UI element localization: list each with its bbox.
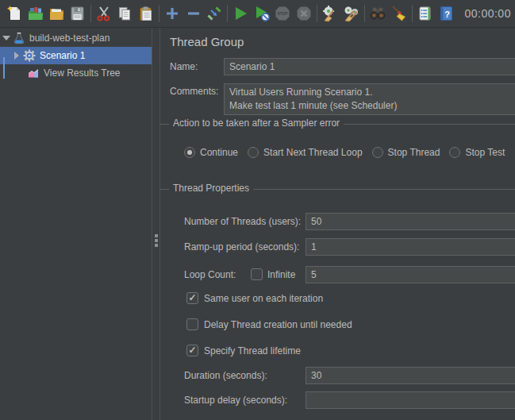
thread-properties-group-title: Thread Properties bbox=[169, 183, 253, 194]
start-no-timers-icon bbox=[253, 5, 271, 22]
cut-button[interactable] bbox=[94, 2, 114, 25]
thread-group-panel: Thread Group Name: Comments: Virtual Use… bbox=[160, 28, 515, 420]
clear-button[interactable] bbox=[320, 2, 340, 25]
thread-group-icon bbox=[23, 49, 36, 62]
help-button[interactable]: ? bbox=[436, 2, 456, 25]
num-threads-label: Number of Threads (users): bbox=[184, 213, 301, 230]
checkbox-icon bbox=[251, 268, 263, 280]
test-timer: 00:00:00 bbox=[464, 7, 511, 20]
radio-icon bbox=[184, 147, 195, 158]
name-label: Name: bbox=[170, 58, 198, 75]
radio-stop-thread[interactable]: Stop Thread bbox=[372, 147, 440, 158]
toggle-icon bbox=[206, 5, 223, 22]
clear-all-button[interactable] bbox=[340, 2, 361, 25]
infinite-checkbox[interactable]: Infinite bbox=[251, 268, 295, 280]
tree-item-test-plan[interactable]: build-web-test-plan bbox=[0, 29, 152, 47]
start-no-timers-button[interactable] bbox=[252, 2, 272, 25]
tree-item-view-results-tree[interactable]: View Results Tree bbox=[0, 64, 152, 82]
toolbar-separator bbox=[364, 5, 365, 22]
copy-icon bbox=[116, 5, 133, 22]
stop-button[interactable]: STOP bbox=[272, 2, 293, 25]
tree-item-label: Scenario 1 bbox=[40, 50, 85, 61]
radio-icon bbox=[248, 147, 259, 158]
expand-all-icon bbox=[163, 5, 181, 22]
save-icon bbox=[68, 5, 86, 22]
search-button[interactable] bbox=[367, 2, 388, 25]
checkbox-label: Delay Thread creation until needed bbox=[204, 319, 352, 330]
toolbar-separator bbox=[412, 5, 413, 22]
sampler-error-group: Action to be taken after a Sampler error bbox=[160, 124, 515, 136]
radio-continue[interactable]: Continue bbox=[184, 147, 238, 158]
loop-count-input[interactable] bbox=[306, 266, 515, 283]
function-helper-button[interactable] bbox=[415, 2, 436, 25]
specify-lifetime-checkbox[interactable]: Specify Thread lifetime bbox=[186, 345, 301, 356]
search-reset-icon bbox=[390, 5, 407, 22]
toolbar-separator bbox=[159, 5, 159, 22]
svg-text:?: ? bbox=[444, 10, 450, 19]
delay-thread-checkbox[interactable]: Delay Thread creation until needed bbox=[186, 318, 352, 330]
comments-label: Comments: bbox=[170, 83, 218, 99]
stop-icon: STOP bbox=[274, 5, 291, 22]
radio-icon bbox=[372, 147, 383, 158]
tree-indent-guide bbox=[3, 57, 5, 79]
loop-count-label: Loop Count: bbox=[184, 266, 236, 283]
function-helper-icon bbox=[417, 5, 434, 22]
copy-button[interactable] bbox=[114, 2, 135, 25]
search-reset-button[interactable] bbox=[388, 2, 409, 25]
radio-label: Continue bbox=[200, 147, 238, 158]
tree-item-thread-group[interactable]: Scenario 1 bbox=[0, 47, 152, 64]
name-input[interactable] bbox=[224, 58, 515, 75]
thread-properties-group: Thread Properties bbox=[160, 189, 515, 201]
comments-input[interactable]: Virtual Users Running Scenario 1. Make t… bbox=[224, 83, 515, 115]
clear-all-icon bbox=[343, 5, 360, 22]
radio-icon bbox=[449, 147, 460, 158]
expander-down-icon[interactable] bbox=[2, 34, 10, 42]
radio-label: Start Next Thread Loop bbox=[263, 147, 363, 158]
start-button[interactable] bbox=[230, 2, 251, 25]
sampler-error-group-title: Action to be taken after a Sampler error bbox=[169, 118, 344, 129]
radio-start-next-thread-loop[interactable]: Start Next Thread Loop bbox=[248, 147, 363, 158]
toolbar-separator bbox=[90, 5, 91, 22]
clear-icon bbox=[321, 5, 339, 22]
new-file-button[interactable] bbox=[4, 2, 25, 25]
tree-item-label: View Results Tree bbox=[44, 67, 121, 79]
toolbar-separator bbox=[317, 5, 317, 22]
duration-input[interactable] bbox=[306, 367, 515, 384]
tree-item-label: build-web-test-plan bbox=[29, 33, 110, 44]
checkbox-icon bbox=[186, 292, 198, 304]
open-button[interactable] bbox=[46, 2, 67, 25]
templates-icon bbox=[27, 5, 44, 22]
shutdown-icon bbox=[295, 5, 313, 22]
help-icon: ? bbox=[437, 5, 455, 22]
collapse-all-icon bbox=[185, 5, 202, 22]
radio-stop-test[interactable]: Stop Test bbox=[449, 147, 505, 158]
ramp-up-input[interactable] bbox=[306, 238, 515, 256]
expand-all-button[interactable] bbox=[162, 2, 183, 25]
num-threads-input[interactable] bbox=[306, 213, 515, 230]
page-title: Thread Group bbox=[170, 35, 244, 48]
content-area: build-web-test-plan Scenario 1 bbox=[0, 28, 515, 420]
expander-right-icon[interactable] bbox=[13, 52, 21, 60]
test-plan-tree: build-web-test-plan Scenario 1 bbox=[0, 28, 152, 420]
checkbox-label: Same user on each iteration bbox=[204, 293, 323, 304]
open-folder-icon bbox=[48, 5, 65, 22]
cut-icon bbox=[95, 5, 113, 22]
templates-button[interactable] bbox=[25, 2, 45, 25]
collapse-all-button[interactable] bbox=[183, 2, 203, 25]
radio-label: Stop Test bbox=[465, 147, 505, 158]
start-icon bbox=[232, 5, 249, 22]
ramp-up-label: Ramp-up period (seconds): bbox=[184, 238, 299, 256]
panel-splitter[interactable] bbox=[152, 28, 160, 420]
paste-button[interactable] bbox=[136, 2, 156, 25]
view-results-tree-icon bbox=[27, 67, 40, 79]
radio-label: Stop Thread bbox=[388, 147, 440, 158]
save-button[interactable] bbox=[67, 2, 87, 25]
startup-delay-input[interactable] bbox=[306, 391, 515, 409]
same-user-checkbox[interactable]: Same user on each iteration bbox=[186, 292, 323, 304]
checkbox-label: Infinite bbox=[267, 269, 295, 280]
shutdown-button[interactable] bbox=[293, 2, 313, 25]
new-file-icon bbox=[6, 5, 23, 22]
duration-label: Duration (seconds): bbox=[184, 367, 267, 384]
toggle-button[interactable] bbox=[204, 2, 225, 25]
splitter-grip-icon bbox=[155, 233, 158, 249]
